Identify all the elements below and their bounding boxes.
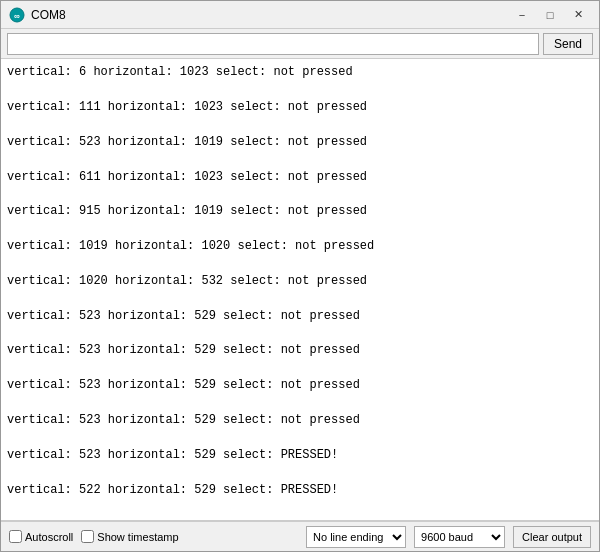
- output-line: vertical: 523 horizontal: 529 select: no…: [7, 342, 593, 359]
- close-button[interactable]: ✕: [565, 5, 591, 25]
- output-line: vertical: 522 horizontal: 529 select: PR…: [7, 482, 593, 499]
- baud-rate-select[interactable]: 300 baud1200 baud2400 baud4800 baud9600 …: [414, 526, 505, 548]
- maximize-button[interactable]: □: [537, 5, 563, 25]
- output-wrapper: vertical: 522 horizontal: 529 select: no…: [1, 59, 599, 521]
- output-line: vertical: 523 horizontal: 529 select: no…: [7, 308, 593, 325]
- autoscroll-group: Autoscroll: [9, 530, 73, 543]
- app-icon: ∞: [9, 7, 25, 23]
- output-line: vertical: 6 horizontal: 1023 select: not…: [7, 64, 593, 81]
- window-title: COM8: [31, 8, 509, 22]
- output-line: vertical: 1019 horizontal: 1020 select: …: [7, 238, 593, 255]
- message-input[interactable]: [7, 33, 539, 55]
- output-line: vertical: 111 horizontal: 1023 select: n…: [7, 99, 593, 116]
- line-ending-select[interactable]: No line endingNewlineCarriage returnBoth…: [306, 526, 406, 548]
- output-line: vertical: 1020 horizontal: 532 select: n…: [7, 273, 593, 290]
- window-controls: − □ ✕: [509, 5, 591, 25]
- autoscroll-label[interactable]: Autoscroll: [25, 531, 73, 543]
- autoscroll-checkbox[interactable]: [9, 530, 22, 543]
- status-bar: Autoscroll Show timestamp No line ending…: [1, 521, 599, 551]
- clear-output-button[interactable]: Clear output: [513, 526, 591, 548]
- output-line: vertical: 523 horizontal: 529 select: PR…: [7, 447, 593, 464]
- output-area[interactable]: vertical: 522 horizontal: 529 select: no…: [1, 59, 599, 520]
- show-timestamp-label[interactable]: Show timestamp: [97, 531, 178, 543]
- minimize-button[interactable]: −: [509, 5, 535, 25]
- output-line: vertical: 523 horizontal: 529 select: no…: [7, 412, 593, 429]
- title-bar: ∞ COM8 − □ ✕: [1, 1, 599, 29]
- svg-text:∞: ∞: [14, 12, 20, 22]
- output-line: vertical: 523 horizontal: 1019 select: n…: [7, 134, 593, 151]
- output-line: vertical: 915 horizontal: 1019 select: n…: [7, 203, 593, 220]
- output-line: vertical: 523 horizontal: 529 select: no…: [7, 377, 593, 394]
- toolbar: Send: [1, 29, 599, 59]
- send-button[interactable]: Send: [543, 33, 593, 55]
- output-line: vertical: 611 horizontal: 1023 select: n…: [7, 169, 593, 186]
- show-timestamp-checkbox[interactable]: [81, 530, 94, 543]
- timestamp-group: Show timestamp: [81, 530, 178, 543]
